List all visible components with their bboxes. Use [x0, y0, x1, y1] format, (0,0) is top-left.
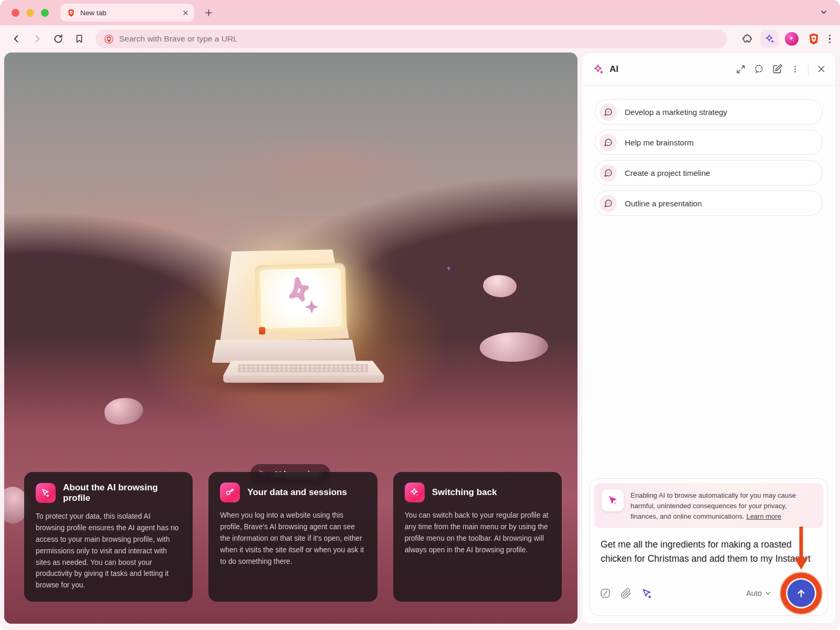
leo-sparkle-icon	[593, 64, 604, 75]
browser-window: New tab Search with Brave	[0, 0, 840, 630]
leo-ai-button[interactable]	[761, 30, 779, 48]
info-cards: About the AI browsing profile To protect…	[24, 472, 562, 602]
prompt-label: Help me brainstorm	[625, 138, 694, 147]
tab-title: New tab	[80, 9, 177, 17]
conversation-history-icon[interactable]	[754, 64, 764, 74]
card-title: About the AI browsing profile	[63, 482, 181, 503]
card-body: To protect your data, this isolated AI b…	[36, 511, 181, 591]
ai-cursor-icon	[602, 489, 624, 511]
forward-button[interactable]	[28, 30, 46, 48]
suggested-prompts: Develop a marketing strategy Help me bra…	[582, 86, 835, 216]
retro-computer-illustration	[198, 249, 376, 402]
model-selector-label: Auto	[746, 589, 762, 597]
expand-panel-icon[interactable]	[736, 65, 746, 74]
chevron-down-icon	[764, 590, 772, 597]
ai-panel-title: AI	[610, 64, 618, 75]
send-button[interactable]	[788, 580, 815, 607]
prompt-brainstorm[interactable]: Help me brainstorm	[595, 130, 823, 155]
ai-browsing-cursor-icon[interactable]	[641, 587, 653, 600]
arrow-up-icon	[795, 587, 807, 599]
panel-menu-kebab-icon[interactable]	[791, 65, 800, 74]
prompt-outline-presentation[interactable]: Outline a presentation	[595, 191, 823, 216]
card-switching-back: Switching back You can switch back to yo…	[393, 472, 562, 602]
slash-commands-icon[interactable]	[600, 587, 611, 599]
glowing-screen	[260, 268, 342, 329]
brave-sticker	[259, 327, 265, 334]
prompt-label: Develop a marketing strategy	[625, 108, 727, 117]
ai-panel-header: AI	[582, 53, 835, 86]
minimize-window-button[interactable]	[26, 9, 34, 17]
sparkle-icon	[405, 482, 425, 502]
bookmark-icon[interactable]	[70, 30, 88, 48]
tab-close-icon[interactable]	[182, 9, 189, 16]
extensions-icon[interactable]	[739, 30, 757, 48]
traffic-lights	[12, 9, 49, 17]
close-panel-icon[interactable]	[817, 65, 826, 74]
titlebar: New tab	[0, 0, 840, 25]
chat-bubble-icon	[600, 134, 617, 151]
content-area: ✦	[0, 52, 840, 630]
model-selector[interactable]: Auto	[746, 589, 772, 597]
navigation-toolbar: Search with Brave or type a URL	[0, 25, 840, 52]
sky-sparkle-decoration: ✦	[446, 264, 452, 272]
tab-search-chevron-icon[interactable]	[819, 7, 828, 17]
chat-bubble-icon	[600, 164, 617, 182]
ai-cursor-icon	[36, 483, 56, 503]
brave-shield-icon	[104, 34, 114, 44]
prompt-project-timeline[interactable]: Create a project timeline	[595, 160, 823, 185]
prompt-label: Outline a presentation	[625, 199, 702, 208]
chat-bubble-icon	[600, 103, 617, 121]
attachment-paperclip-icon[interactable]	[621, 588, 632, 599]
address-bar[interactable]: Search with Brave or type a URL	[96, 29, 727, 48]
new-chat-compose-icon[interactable]	[772, 64, 782, 74]
address-placeholder: Search with Brave or type a URL	[119, 34, 238, 44]
brave-menu-lion-icon[interactable]	[805, 30, 823, 48]
chat-bubble-icon	[600, 195, 617, 212]
back-button[interactable]	[7, 30, 25, 48]
zoom-window-button[interactable]	[41, 9, 49, 17]
card-data-sessions: Your data and sessions When you log into…	[208, 472, 377, 602]
card-body: When you log into a website using this p…	[220, 510, 365, 567]
card-title: Your data and sessions	[247, 487, 347, 498]
ai-profile-avatar-icon	[785, 32, 799, 46]
close-window-button[interactable]	[12, 9, 19, 17]
key-icon	[220, 482, 240, 502]
learn-more-link[interactable]: Learn more	[746, 512, 781, 520]
prompt-marketing-strategy[interactable]: Develop a marketing strategy	[595, 99, 823, 124]
card-about-profile: About the AI browsing profile To protect…	[24, 472, 193, 602]
warning-text: Enabling AI to browse automatically for …	[631, 489, 816, 522]
chat-composer: Enabling AI to browse automatically for …	[590, 478, 828, 616]
browser-tab[interactable]: New tab	[60, 4, 194, 22]
profile-avatar[interactable]	[783, 30, 801, 48]
ai-browsing-warning: Enabling AI to browse automatically for …	[594, 483, 823, 528]
reload-button[interactable]	[49, 30, 67, 48]
browser-menu-kebab-icon[interactable]	[827, 35, 833, 44]
new-tab-hero: ✦	[4, 52, 578, 624]
message-input[interactable]: Get me all the ingredients for making a …	[594, 528, 823, 579]
card-title: Switching back	[432, 487, 497, 498]
toolbar-actions	[739, 30, 833, 48]
brave-favicon	[67, 8, 76, 17]
composer-toolbar: Auto	[594, 579, 823, 611]
leo-ai-panel: AI	[582, 52, 836, 624]
new-tab-button[interactable]	[204, 8, 214, 18]
prompt-label: Create a project timeline	[625, 169, 710, 177]
card-body: You can switch back to your regular prof…	[405, 510, 550, 555]
